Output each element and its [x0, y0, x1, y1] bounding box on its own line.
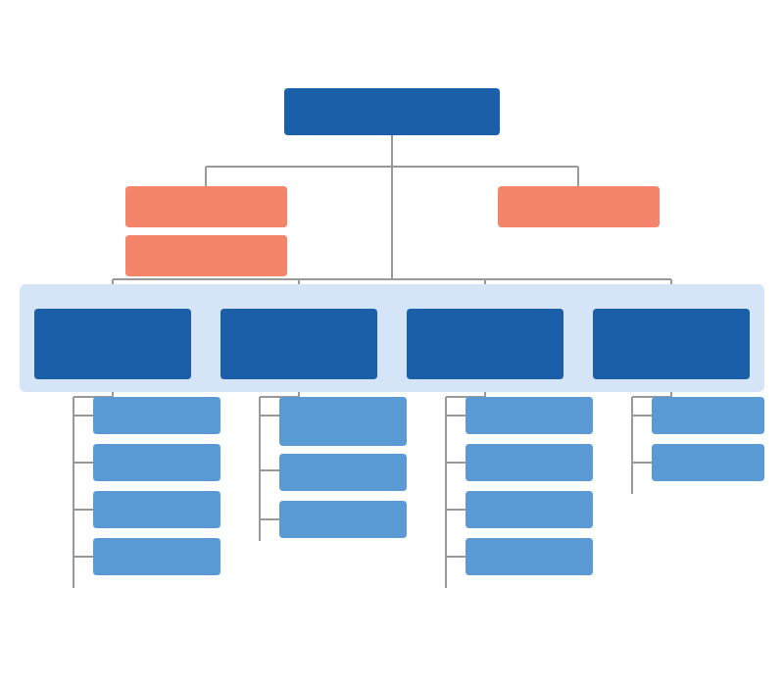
- finance-node: [125, 186, 287, 227]
- production-node: [93, 538, 220, 575]
- electronics-node: [466, 538, 593, 575]
- purchasing-node: [652, 397, 764, 434]
- advertising-node: [279, 501, 407, 538]
- administration-node: [498, 186, 660, 227]
- sales-node: [279, 454, 407, 491]
- mechanical-node: [466, 491, 593, 528]
- receiving-node: [652, 444, 764, 481]
- testing-node: [93, 491, 220, 528]
- human-resources-node: [125, 235, 287, 276]
- software-node: [466, 444, 593, 481]
- procurement-node: [593, 309, 750, 379]
- customer-service-node: [279, 397, 407, 446]
- manufacturing-manager-node: [34, 309, 191, 379]
- marketing-manager-node: [220, 309, 377, 379]
- president-node: [284, 88, 500, 135]
- design-node: [466, 397, 593, 434]
- assembly-node: [93, 444, 220, 481]
- fabrication-node: [93, 397, 220, 434]
- engineering-manager-node: [407, 309, 564, 379]
